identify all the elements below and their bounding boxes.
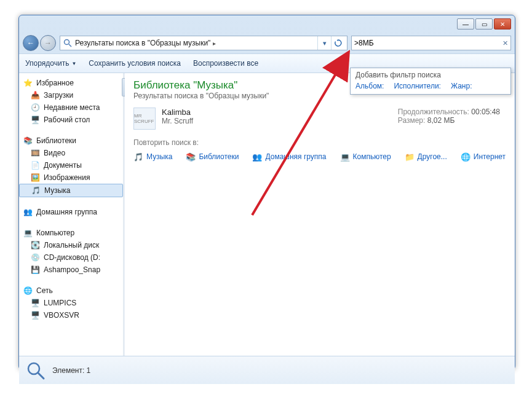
titlebar: — ▭ ✕: [19, 15, 515, 33]
svg-line-3: [38, 373, 44, 379]
sidebar-item-pictures[interactable]: 🖼️ Изображения: [19, 171, 123, 184]
breadcrumb-dropdown-button[interactable]: ▾: [317, 36, 331, 50]
libraries-icon: 📚: [23, 136, 33, 146]
statusbar: Элемент: 1: [19, 356, 515, 384]
libraries-icon: 📚: [186, 152, 196, 162]
video-icon: 🎞️: [30, 148, 40, 158]
forward-button[interactable]: →: [40, 35, 56, 51]
pc-icon: 🖥️: [30, 298, 40, 308]
result-name: Kalimba: [162, 108, 392, 117]
sidebar-favorites[interactable]: ⭐ Избранное: [19, 77, 123, 89]
repeat-music[interactable]: 🎵Музыка: [133, 152, 172, 162]
search-popup-header: Добавить фильтр поиска: [355, 71, 506, 79]
address-bar[interactable]: Результаты поиска в "Образцы музыки" ▸ ▾: [60, 36, 347, 50]
back-button[interactable]: ←: [23, 35, 39, 51]
homegroup-icon: 👥: [252, 152, 262, 162]
repeat-libraries[interactable]: 📚Библиотеки: [186, 152, 239, 162]
sidebar-item-recent[interactable]: 🕘 Недавние места: [19, 101, 123, 114]
organize-button[interactable]: Упорядочить▼: [25, 59, 76, 68]
music-icon: 🎵: [31, 186, 41, 195]
globe-icon: 🌐: [461, 152, 470, 162]
sidebar-item-cd-drive[interactable]: 💿 CD-дисковод (D:: [19, 251, 123, 264]
sidebar-item-ashampoo[interactable]: 💾 Ashampoo_Snap: [19, 264, 123, 276]
repeat-custom[interactable]: 📁Другое...: [405, 152, 447, 162]
filter-album[interactable]: Альбом:: [355, 82, 384, 90]
music-icon: 🎵: [133, 152, 143, 162]
repeat-computer[interactable]: 💻Компьютер: [340, 152, 391, 162]
magnifier-icon: [25, 360, 46, 381]
refresh-button[interactable]: [331, 36, 344, 50]
album-art-icon: MR SCRUFF: [133, 108, 156, 130]
search-filter-popup: Добавить фильтр поиска Альбом: Исполните…: [350, 68, 511, 95]
result-item[interactable]: MR SCRUFF Kalimba Mr. Scruff Продолжител…: [133, 108, 506, 130]
search-box[interactable]: ✕: [351, 36, 511, 50]
picture-icon: 🖼️: [30, 173, 40, 182]
sidebar-network[interactable]: 🌐 Сеть: [19, 284, 123, 297]
result-size: 8,02 МБ: [427, 116, 455, 125]
content-pane: Библиотека "Музыка" Результаты поиска в …: [125, 73, 515, 356]
sidebar-item-music[interactable]: 🎵 Музыка: [19, 184, 123, 197]
pc-icon: 🖥️: [30, 310, 40, 320]
star-icon: ⭐: [23, 78, 33, 88]
filter-genre[interactable]: Жанр:: [451, 82, 472, 90]
result-artist: Mr. Scruff: [162, 117, 392, 125]
drive-icon: 💾: [30, 265, 40, 275]
result-duration: 00:05:48: [471, 108, 500, 116]
search-input[interactable]: [354, 39, 502, 47]
sidebar-item-downloads[interactable]: 📥 Загрузки: [19, 89, 123, 101]
sidebar-item-video[interactable]: 🎞️ Видео: [19, 147, 123, 159]
sidebar-homegroup[interactable]: 👥 Домашняя группа: [19, 206, 123, 218]
clear-search-icon[interactable]: ✕: [502, 39, 508, 47]
navbar: ← → Результаты поиска в "Образцы музыки"…: [19, 33, 515, 53]
homegroup-icon: 👥: [23, 207, 33, 217]
repeat-homegroup[interactable]: 👥Домашняя группа: [252, 152, 326, 162]
status-text: Элемент: 1: [52, 366, 90, 375]
repeat-search-row: 🎵Музыка 📚Библиотеки 👥Домашняя группа 💻Ко…: [133, 152, 506, 162]
recent-icon: 🕘: [30, 103, 40, 112]
sidebar-item-desktop[interactable]: 🖥️ Рабочий стол: [19, 114, 123, 126]
close-button[interactable]: ✕: [494, 18, 511, 29]
maximize-button[interactable]: ▭: [475, 18, 493, 29]
save-search-button[interactable]: Сохранить условия поиска: [89, 59, 181, 68]
minimize-button[interactable]: —: [457, 18, 474, 29]
folder-icon: 📁: [405, 152, 415, 162]
computer-icon: 💻: [23, 228, 33, 238]
sidebar-item-local-disk[interactable]: 💽 Локальный диск: [19, 239, 123, 251]
network-icon: 🌐: [23, 286, 33, 296]
document-icon: 📄: [30, 160, 40, 170]
search-folder-icon: [63, 38, 73, 48]
sidebar-item-vboxsvr[interactable]: 🖥️ VBOXSVR: [19, 309, 123, 321]
sidebar: ⭐ Избранное 📥 Загрузки 🕘 Недавние места …: [19, 73, 124, 356]
sidebar-item-lumpics[interactable]: 🖥️ LUMPICS: [19, 297, 123, 309]
breadcrumb[interactable]: Результаты поиска в "Образцы музыки": [75, 39, 210, 47]
repeat-internet[interactable]: 🌐Интернет: [461, 152, 506, 162]
sidebar-item-documents[interactable]: 📄 Документы: [19, 159, 123, 171]
computer-icon: 💻: [340, 152, 350, 162]
body: ⭐ Избранное 📥 Загрузки 🕘 Недавние места …: [19, 73, 515, 356]
sidebar-computer[interactable]: 💻 Компьютер: [19, 227, 123, 239]
disk-icon: 💽: [30, 240, 40, 250]
desktop-icon: 🖥️: [30, 115, 40, 125]
breadcrumb-arrow-icon[interactable]: ▸: [213, 40, 216, 47]
play-all-button[interactable]: Воспроизвести все: [193, 59, 258, 68]
svg-point-0: [65, 40, 69, 45]
sidebar-libraries[interactable]: 📚 Библиотеки: [19, 135, 123, 147]
downloads-icon: 📥: [30, 90, 40, 100]
explorer-window: — ▭ ✕ ← → Результаты поиска в "Образцы м…: [18, 15, 515, 370]
repeat-search-header: Повторить поиск в:: [133, 138, 506, 147]
cd-icon: 💿: [30, 253, 40, 262]
filter-artists[interactable]: Исполнители:: [394, 82, 441, 90]
svg-line-1: [69, 44, 71, 47]
